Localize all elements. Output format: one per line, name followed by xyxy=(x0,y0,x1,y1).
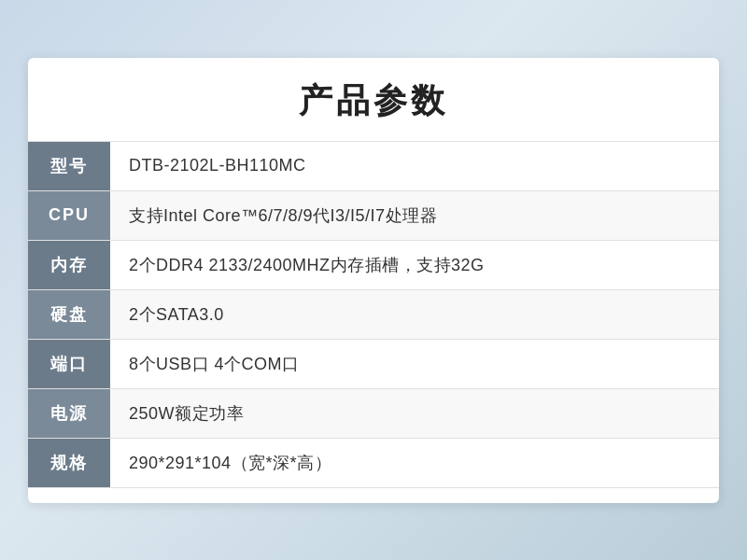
spec-value-text: 290*291*104（宽*深*高） xyxy=(110,439,719,487)
spec-label-text: 内存 xyxy=(50,254,88,276)
spec-label-cell: 硬盘 xyxy=(28,290,110,339)
spec-label-cell: 规格 xyxy=(28,439,110,487)
spec-label-text: 规格 xyxy=(50,452,88,474)
spec-label-cell: 电源 xyxy=(28,389,110,438)
spec-value-text: 2个DDR4 2133/2400MHZ内存插槽，支持32G xyxy=(110,241,719,289)
page-title: 产品参数 xyxy=(28,58,719,141)
table-row: 端口8个USB口 4个COM口 xyxy=(28,339,719,388)
spec-value-text: 2个SATA3.0 xyxy=(110,290,719,339)
spec-label-text: 电源 xyxy=(50,402,88,425)
table-row: 硬盘2个SATA3.0 xyxy=(28,289,719,339)
spec-label-text: 硬盘 xyxy=(50,303,88,326)
spec-value-text: 250W额定功率 xyxy=(110,389,719,438)
spec-label-text: CPU xyxy=(49,205,90,225)
table-row: 规格290*291*104（宽*深*高） xyxy=(28,438,719,488)
spec-label-cell: 内存 xyxy=(28,241,110,289)
table-row: CPU支持Intel Core™6/7/8/9代I3/I5/I7处理器 xyxy=(28,190,719,240)
table-row: 内存2个DDR4 2133/2400MHZ内存插槽，支持32G xyxy=(28,240,719,289)
spec-label-cell: 端口 xyxy=(28,340,110,388)
spec-label-text: 型号 xyxy=(50,155,88,177)
spec-label-cell: CPU xyxy=(28,191,110,240)
spec-value-text: DTB-2102L-BH110MC xyxy=(110,142,719,190)
spec-table: 型号DTB-2102L-BH110MCCPU支持Intel Core™6/7/8… xyxy=(28,141,719,488)
table-row: 型号DTB-2102L-BH110MC xyxy=(28,141,719,190)
spec-label-text: 端口 xyxy=(50,353,88,375)
table-row: 电源250W额定功率 xyxy=(28,388,719,438)
spec-value-text: 支持Intel Core™6/7/8/9代I3/I5/I7处理器 xyxy=(110,191,719,240)
spec-value-text: 8个USB口 4个COM口 xyxy=(110,340,719,388)
product-spec-card: 产品参数 型号DTB-2102L-BH110MCCPU支持Intel Core™… xyxy=(28,58,719,503)
spec-label-cell: 型号 xyxy=(28,142,110,190)
